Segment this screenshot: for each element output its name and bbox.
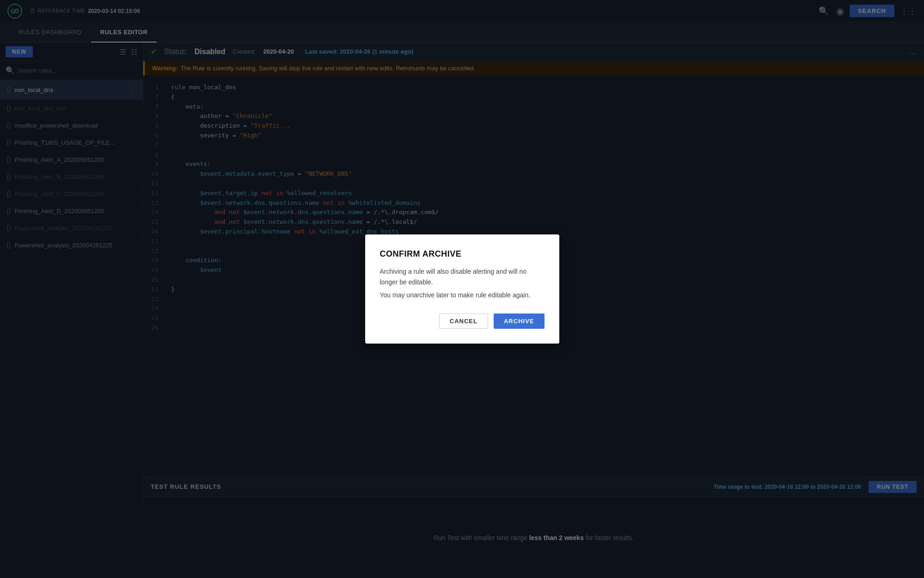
confirm-archive-dialog: CONFIRM ARCHIVE Archiving a rule will al… bbox=[365, 234, 559, 343]
dialog-body: Archiving a rule will also disable alert… bbox=[380, 266, 545, 300]
dialog-actions: CANCEL ARCHIVE bbox=[380, 314, 545, 329]
dialog-title: CONFIRM ARCHIVE bbox=[380, 249, 545, 259]
archive-button[interactable]: ARCHIVE bbox=[494, 314, 545, 329]
cancel-button[interactable]: CANCEL bbox=[439, 314, 488, 329]
dialog-body-line2: You may unarchive later to make rule edi… bbox=[380, 290, 545, 300]
modal-overlay: CONFIRM ARCHIVE Archiving a rule will al… bbox=[0, 0, 924, 578]
dialog-body-line1: Archiving a rule will also disable alert… bbox=[380, 266, 545, 287]
